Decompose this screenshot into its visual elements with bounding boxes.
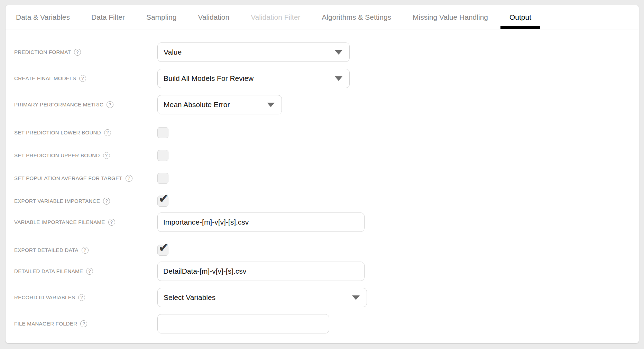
export-variable-importance-checkbox[interactable]: ✔: [157, 196, 168, 207]
row-prediction-format: PREDICTION FORMAT ? Value: [14, 43, 639, 62]
set-prediction-lower-bound-checkbox[interactable]: [157, 127, 168, 138]
detailed-data-filename-label: DETAILED DATA FILENAME: [14, 268, 83, 274]
export-detailed-data-label: EXPORT DETAILED DATA: [14, 247, 79, 253]
help-icon[interactable]: ?: [104, 129, 111, 136]
set-prediction-upper-bound-label: SET PREDICTION UPPER BOUND: [14, 152, 100, 159]
file-manager-folder-label: FILE MANAGER FOLDER: [14, 321, 77, 327]
help-icon[interactable]: ?: [103, 198, 110, 205]
output-settings-form: PREDICTION FORMAT ? Value CREATE FINAL M…: [6, 29, 639, 333]
record-id-variables-label: RECORD ID VARIABLES: [14, 294, 75, 301]
row-detailed-data-filename: DETAILED DATA FILENAME ?: [14, 262, 639, 281]
help-icon[interactable]: ?: [82, 247, 89, 254]
create-final-models-label: CREATE FINAL MODELS: [14, 75, 76, 82]
prediction-format-value: Value: [164, 48, 182, 56]
row-file-manager-folder: FILE MANAGER FOLDER ?: [14, 314, 639, 333]
help-icon[interactable]: ?: [80, 320, 87, 327]
export-detailed-data-checkbox[interactable]: ✔: [157, 245, 168, 256]
record-id-variables-value: Select Variables: [164, 293, 215, 302]
tab-output[interactable]: Output: [509, 5, 531, 29]
row-export-variable-importance: EXPORT VARIABLE IMPORTANCE ? ✔: [14, 190, 639, 213]
tab-validation-filter: Validation Filter: [251, 5, 300, 29]
help-icon[interactable]: ?: [78, 294, 85, 301]
row-export-detailed-data: EXPORT DETAILED DATA ? ✔: [14, 239, 639, 262]
row-primary-performance-metric: PRIMARY PERFORMANCE METRIC ? Mean Absolu…: [14, 95, 639, 114]
variable-importance-filename-input[interactable]: [157, 213, 365, 232]
help-icon[interactable]: ?: [108, 219, 115, 226]
set-prediction-upper-bound-checkbox[interactable]: [157, 150, 168, 161]
file-manager-folder-input[interactable]: [157, 314, 329, 333]
set-prediction-lower-bound-label: SET PREDICTION LOWER BOUND: [14, 130, 101, 136]
tab-missing-value-handling[interactable]: Missing Value Handling: [413, 5, 488, 29]
row-set-prediction-upper-bound: SET PREDICTION UPPER BOUND ?: [14, 144, 639, 167]
set-population-average-for-target-checkbox[interactable]: [157, 173, 168, 184]
caret-down-icon: [352, 295, 360, 300]
checkmark-icon: ✔: [158, 241, 169, 254]
tab-data-and-variables[interactable]: Data & Variables: [16, 5, 70, 29]
prediction-format-select[interactable]: Value: [157, 43, 350, 62]
record-id-variables-select[interactable]: Select Variables: [157, 288, 367, 307]
help-icon[interactable]: ?: [107, 101, 113, 108]
create-final-models-select[interactable]: Build All Models For Review: [157, 69, 350, 88]
help-icon[interactable]: ?: [86, 268, 93, 275]
caret-down-icon: [335, 76, 342, 81]
primary-performance-metric-value: Mean Absolute Error: [164, 101, 230, 109]
tab-algorithms-and-settings[interactable]: Algorithms & Settings: [322, 5, 391, 29]
primary-performance-metric-label: PRIMARY PERFORMANCE METRIC: [14, 102, 103, 108]
row-record-id-variables: RECORD ID VARIABLES ? Select Variables: [14, 288, 639, 307]
help-icon[interactable]: ?: [103, 152, 110, 159]
caret-down-icon: [335, 50, 342, 55]
set-population-average-for-target-label: SET POPULATION AVERAGE FOR TARGET: [14, 175, 122, 181]
variable-importance-filename-label: VARIABLE IMPORTANCE FILENAME: [14, 219, 105, 225]
row-variable-importance-filename: VARIABLE IMPORTANCE FILENAME ?: [14, 213, 639, 232]
checkmark-icon: ✔: [158, 192, 169, 205]
tab-validation[interactable]: Validation: [198, 5, 229, 29]
tab-data-filter[interactable]: Data Filter: [91, 5, 125, 29]
caret-down-icon: [267, 103, 275, 107]
row-set-population-average-for-target: SET POPULATION AVERAGE FOR TARGET ?: [14, 167, 639, 190]
prediction-format-label: PREDICTION FORMAT: [14, 49, 71, 55]
tab-bar: Data & Variables Data Filter Sampling Va…: [6, 5, 639, 29]
help-icon[interactable]: ?: [74, 49, 81, 56]
create-final-models-value: Build All Models For Review: [164, 74, 254, 83]
detailed-data-filename-input[interactable]: [157, 262, 365, 281]
settings-card: Data & Variables Data Filter Sampling Va…: [6, 5, 639, 343]
row-create-final-models: CREATE FINAL MODELS ? Build All Models F…: [14, 69, 639, 88]
help-icon[interactable]: ?: [79, 75, 86, 82]
row-set-prediction-lower-bound: SET PREDICTION LOWER BOUND ?: [14, 121, 639, 144]
primary-performance-metric-select[interactable]: Mean Absolute Error: [157, 95, 282, 114]
export-variable-importance-label: EXPORT VARIABLE IMPORTANCE: [14, 198, 100, 204]
help-icon[interactable]: ?: [126, 175, 132, 182]
tab-sampling[interactable]: Sampling: [146, 5, 177, 29]
